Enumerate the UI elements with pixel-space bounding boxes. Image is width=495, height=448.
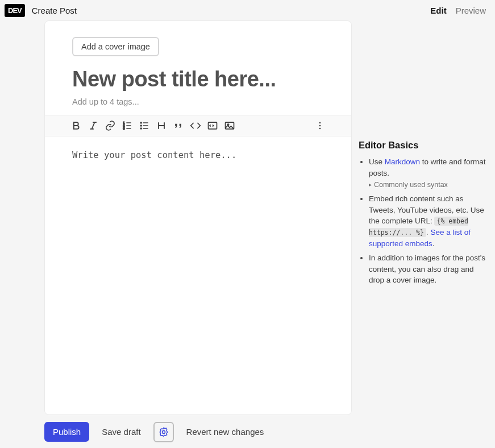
dev-logo[interactable]: DEV	[5, 4, 25, 17]
svg-point-21	[162, 430, 165, 433]
revert-button[interactable]: Revert new changes	[180, 422, 271, 442]
tab-edit[interactable]: Edit	[430, 6, 446, 15]
mode-tabs: Edit Preview	[430, 6, 486, 15]
add-cover-button[interactable]: Add a cover image	[72, 37, 159, 56]
page-title: Create Post	[32, 6, 431, 15]
sidebar-heading: Editor Basics	[359, 140, 490, 151]
editor-card: Add a cover image 123	[44, 20, 352, 415]
save-draft-button[interactable]: Save draft	[95, 422, 147, 442]
post-title-input[interactable]	[72, 68, 324, 92]
help-sidebar: Editor Basics Use Markdown to write and …	[359, 20, 490, 416]
svg-point-19	[319, 125, 321, 126]
syntax-toggle[interactable]: Commonly used syntax	[369, 180, 490, 190]
link-icon[interactable]	[102, 117, 119, 134]
svg-point-18	[319, 122, 321, 123]
svg-point-20	[319, 127, 321, 129]
markdown-link[interactable]: Markdown	[385, 157, 420, 166]
list-item: Use Markdown to write and format posts. …	[369, 156, 490, 190]
tab-preview[interactable]: Preview	[456, 6, 486, 15]
editor-toolbar: 123	[45, 115, 351, 136]
code-icon[interactable]	[187, 117, 204, 134]
bold-icon[interactable]	[68, 117, 85, 134]
heading-icon[interactable]	[153, 117, 170, 134]
italic-icon[interactable]	[85, 117, 102, 134]
settings-icon[interactable]	[153, 422, 174, 442]
more-icon[interactable]	[311, 117, 328, 134]
app-header: DEV Create Post Edit Preview	[0, 0, 495, 20]
codeblock-icon[interactable]	[204, 117, 221, 134]
svg-text:3: 3	[123, 126, 125, 130]
list-item: Embed rich content such as Tweets, YouTu…	[369, 193, 490, 249]
tags-input[interactable]	[72, 97, 324, 106]
svg-point-13	[140, 125, 142, 126]
ordered-list-icon[interactable]: 123	[119, 117, 136, 134]
publish-button[interactable]: Publish	[44, 422, 89, 442]
image-icon[interactable]	[221, 117, 238, 134]
post-content-textarea[interactable]	[72, 150, 324, 401]
svg-point-14	[140, 128, 142, 129]
svg-line-0	[92, 122, 95, 129]
quote-icon[interactable]	[170, 117, 187, 134]
unordered-list-icon[interactable]	[136, 117, 153, 134]
footer-actions: Publish Save draft Revert new changes	[0, 416, 495, 448]
list-item: In addition to images for the post's con…	[369, 252, 490, 286]
svg-point-12	[140, 122, 142, 123]
